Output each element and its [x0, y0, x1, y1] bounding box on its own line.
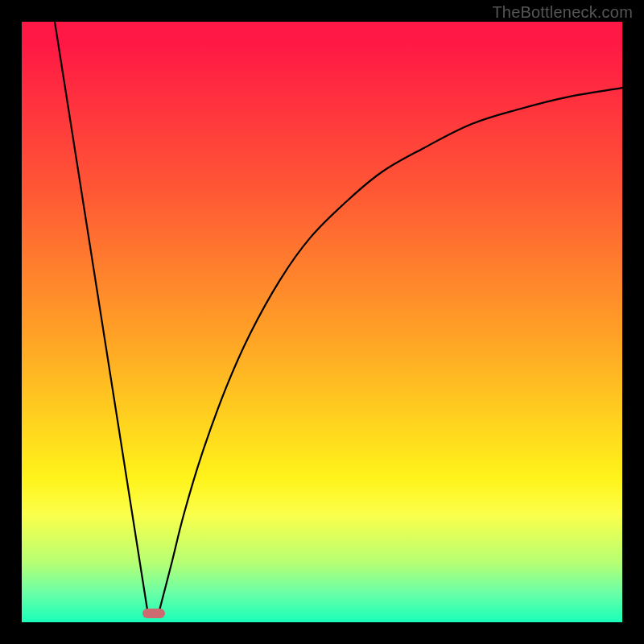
- curve-left-branch: [55, 22, 148, 613]
- bottleneck-curve: [22, 22, 622, 622]
- minimum-marker: [142, 609, 165, 618]
- plot-area: [22, 22, 622, 622]
- curve-right-branch: [159, 88, 622, 613]
- watermark-text: TheBottleneck.com: [492, 3, 633, 22]
- chart-stage: TheBottleneck.com: [0, 0, 644, 644]
